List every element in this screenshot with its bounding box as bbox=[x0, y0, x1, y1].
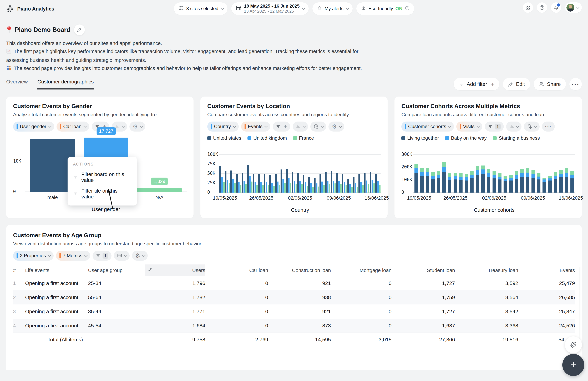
stacked-bar[interactable] bbox=[415, 164, 418, 192]
bar-group[interactable] bbox=[347, 179, 353, 192]
stacked-bar[interactable] bbox=[498, 173, 502, 192]
notifications-button[interactable] bbox=[551, 2, 561, 13]
bar-group[interactable] bbox=[253, 174, 258, 192]
col-car-loan[interactable]: Car loan bbox=[205, 264, 268, 276]
stacked-bar[interactable] bbox=[454, 173, 457, 192]
date-range-selector[interactable]: 18 May 2025 - 16 Jun 2025 13 Apr 2025 - … bbox=[231, 2, 309, 15]
more-options-button[interactable]: ··· bbox=[542, 122, 555, 131]
table-view-button[interactable] bbox=[114, 251, 130, 261]
filter-add-button[interactable]: + bbox=[273, 122, 290, 131]
bar-group[interactable] bbox=[303, 175, 308, 192]
bar-group[interactable] bbox=[269, 175, 275, 192]
filter-button[interactable]: 1 bbox=[485, 122, 504, 131]
stacked-bar[interactable] bbox=[531, 170, 535, 192]
bar-group[interactable] bbox=[370, 172, 375, 192]
property-pill[interactable]: User gender bbox=[13, 122, 54, 131]
col-construction-loan[interactable]: Construction loan bbox=[268, 264, 331, 276]
bar-group[interactable] bbox=[247, 165, 253, 192]
bar-group[interactable] bbox=[358, 174, 364, 192]
edit-button[interactable]: Edit bbox=[503, 78, 530, 90]
metric-pill[interactable]: Visits bbox=[456, 122, 482, 131]
stacked-bar[interactable] bbox=[504, 176, 507, 192]
col-life-events[interactable]: Life events bbox=[25, 264, 88, 276]
bar-group[interactable] bbox=[231, 170, 236, 192]
col-users-sorted[interactable]: Users bbox=[145, 264, 205, 276]
bar-group[interactable] bbox=[353, 177, 358, 192]
bar-group[interactable] bbox=[281, 169, 286, 192]
location-plot[interactable]: 025K50K75K100K bbox=[219, 144, 381, 192]
bar-group[interactable] bbox=[308, 177, 314, 192]
stacked-bar[interactable] bbox=[448, 173, 451, 192]
bar-group[interactable] bbox=[375, 174, 381, 192]
table-row[interactable]: 4Opening a first account45-541,684087301… bbox=[13, 318, 575, 333]
settings-button[interactable]: ⚙ bbox=[129, 122, 145, 131]
property-pill[interactable]: Country bbox=[207, 122, 239, 131]
bar-group[interactable] bbox=[331, 171, 336, 192]
stacked-bar[interactable] bbox=[420, 168, 424, 192]
bar-group[interactable] bbox=[275, 174, 281, 192]
stacked-bar[interactable] bbox=[570, 171, 574, 192]
stacked-bar[interactable] bbox=[543, 178, 546, 192]
stacked-bar[interactable] bbox=[442, 162, 446, 192]
stacked-bar[interactable] bbox=[559, 170, 563, 192]
share-button[interactable]: Share bbox=[534, 78, 566, 90]
bar-group[interactable] bbox=[342, 174, 347, 192]
bar-group[interactable] bbox=[336, 173, 342, 192]
bar-group[interactable] bbox=[364, 173, 370, 192]
bar-N/A[interactable] bbox=[137, 188, 182, 192]
bar-group[interactable] bbox=[258, 174, 264, 192]
table-row[interactable]: 2Opening a first account55-641,782093801… bbox=[13, 290, 575, 304]
user-menu[interactable] bbox=[565, 2, 582, 13]
bar-group[interactable] bbox=[236, 174, 242, 192]
stacked-bar[interactable] bbox=[465, 174, 468, 192]
stacked-bar[interactable] bbox=[565, 168, 568, 192]
bar-group[interactable] bbox=[319, 174, 325, 192]
stacked-bar[interactable] bbox=[493, 171, 496, 192]
bar-group[interactable] bbox=[314, 178, 319, 192]
stacked-bar[interactable] bbox=[520, 169, 524, 192]
filter-board-menu-item[interactable]: Filter board on this value bbox=[73, 171, 131, 183]
data-source-button[interactable] bbox=[524, 122, 540, 131]
tab-overview[interactable]: Overview bbox=[6, 79, 28, 89]
stacked-bar[interactable] bbox=[537, 173, 540, 192]
bar-group[interactable] bbox=[242, 173, 247, 192]
chart-type-button[interactable] bbox=[506, 122, 522, 131]
add-tile-button[interactable]: + bbox=[562, 354, 584, 376]
settings-button[interactable]: ⚙ bbox=[132, 251, 148, 261]
data-source-button[interactable] bbox=[310, 122, 326, 131]
more-actions-button[interactable]: ··· bbox=[569, 78, 582, 90]
tab-customer-demographics[interactable]: Customer demographics bbox=[37, 79, 94, 89]
stacked-bar[interactable] bbox=[487, 169, 490, 192]
table-row[interactable]: 3Opening a first account35-441,771092101… bbox=[13, 304, 575, 318]
bar-group[interactable] bbox=[297, 173, 303, 192]
col-events[interactable]: Events bbox=[518, 264, 575, 276]
sites-selector[interactable]: 3 sites selected bbox=[174, 2, 228, 15]
stacked-bar[interactable] bbox=[509, 175, 513, 192]
metrics-pill[interactable]: 7 Metrics bbox=[56, 251, 90, 261]
stacked-bar[interactable] bbox=[470, 171, 474, 192]
col-mortgage-loan[interactable]: Mortgage loan bbox=[331, 264, 392, 276]
filter-button[interactable]: 1 bbox=[93, 251, 111, 261]
add-filter-button[interactable]: Add filter + bbox=[454, 78, 499, 90]
stacked-bar[interactable] bbox=[548, 176, 552, 192]
edit-title-button[interactable] bbox=[74, 24, 85, 35]
bar-group[interactable] bbox=[225, 171, 231, 192]
bar-group[interactable] bbox=[325, 172, 331, 192]
quick-launch-button[interactable] bbox=[565, 336, 582, 353]
chart-type-button[interactable] bbox=[293, 122, 308, 131]
bar-group[interactable] bbox=[264, 174, 269, 192]
table-scrollbar[interactable] bbox=[580, 267, 580, 349]
col-index[interactable]: # bbox=[13, 264, 25, 276]
apps-grid-button[interactable] bbox=[523, 2, 533, 13]
settings-button[interactable]: ⚙ bbox=[329, 122, 344, 131]
bar-group[interactable] bbox=[286, 169, 292, 192]
stacked-bar[interactable] bbox=[431, 172, 435, 192]
cohorts-plot[interactable]: 0100K200K300K bbox=[413, 144, 575, 192]
info-icon[interactable] bbox=[405, 6, 410, 12]
metric-pill[interactable]: Car loan bbox=[57, 122, 89, 131]
stacked-bar[interactable] bbox=[481, 166, 485, 192]
col-treasury-loan[interactable]: Treasury loan bbox=[455, 264, 518, 276]
stacked-bar[interactable] bbox=[515, 171, 518, 192]
help-button[interactable] bbox=[537, 2, 547, 13]
stacked-bar[interactable] bbox=[437, 171, 440, 192]
